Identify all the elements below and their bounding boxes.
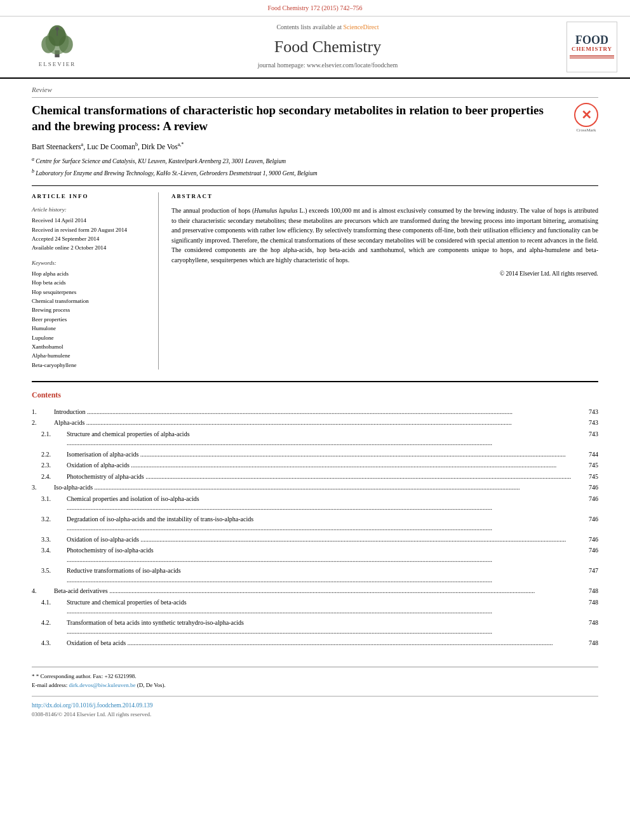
toc-title-4: Beta-acid derivatives (54, 587, 579, 596)
toc-item-2-4: 2.4. Photochemistry of alpha-acids 745 (32, 472, 598, 482)
contents-title: Contents (32, 390, 598, 401)
toc-title-3-2: Degradation of iso-alpha-acids and the i… (67, 515, 579, 533)
doi-link[interactable]: http://dx.doi.org/10.1016/j.foodchem.201… (32, 702, 153, 709)
toc-num-4-1: 4.1. (32, 598, 67, 608)
toc-page-4-1: 748 (579, 598, 598, 608)
toc-title-4-1: Structure and chemical properties of bet… (67, 598, 579, 617)
affil-1-sup: a (32, 156, 34, 162)
toc-item-2-1: 2.1. Structure and chemical properties o… (32, 430, 598, 448)
crossmark-label: CrossMark (574, 127, 598, 133)
journal-title: Food Chemistry (102, 35, 554, 59)
author-2-sup: b (135, 142, 138, 147)
toc-num-2: 2. (32, 418, 54, 428)
author-1: Bart Steenackers (32, 143, 81, 150)
journal-homepage: journal homepage: www.elsevier.com/locat… (102, 61, 554, 70)
badge-chemistry-text: CHEMISTRY (572, 46, 612, 53)
affil-2-sup: b (32, 168, 34, 174)
toc-item-2-3: 2.3. Oxidation of alpha-acids 745 (32, 461, 598, 470)
toc-title-2: Alpha-acids (54, 418, 579, 428)
abstract-text: The annual production of hops (Humulus l… (171, 206, 598, 265)
toc-title-3-5: Reductive transformations of iso-alpha-a… (67, 566, 579, 585)
email-link[interactable]: dirk.devos@biw.kuleuven.be (69, 682, 135, 688)
keyword-3: Hop sesquiterpenes (32, 288, 149, 297)
article-type-label: Review (32, 85, 598, 98)
svg-point-5 (55, 27, 59, 31)
toc-num-1: 1. (32, 408, 54, 417)
author-3: Dirk De Vos (142, 143, 178, 150)
date-online: Available online 2 October 2014 (32, 243, 149, 252)
toc-page-4-3: 748 (579, 639, 598, 648)
abstract-panel: ABSTRACT The annual production of hops (… (171, 192, 598, 370)
keyword-8: Lupulone (32, 333, 149, 342)
crossmark-circle: ✕ (574, 103, 598, 127)
corresponding-text: * Corresponding author. Fax: +32 6321998… (36, 673, 137, 679)
elsevier-tree-icon (32, 24, 83, 59)
keywords-label: Keywords: (32, 259, 149, 267)
toc-num-2-4: 2.4. (32, 472, 67, 482)
toc-item-4-2: 4.2. Transformation of beta acids into s… (32, 618, 598, 637)
toc-title-3-3: Oxidation of iso-alpha-acids (67, 535, 579, 545)
elsevier-logo-section: ELSEVIER (13, 24, 102, 69)
toc-num-3-5: 3.5. (32, 566, 67, 576)
toc-page-3-1: 746 (579, 495, 598, 504)
corresponding-author-note: * * Corresponding author. Fax: +32 63219… (32, 672, 598, 681)
elsevier-logo: ELSEVIER (32, 24, 83, 69)
toc-title-2-3: Oxidation of alpha-acids (67, 461, 579, 470)
toc-item-1: 1. Introduction 743 (32, 408, 598, 417)
date-received: Received 14 April 2014 (32, 216, 149, 225)
crossmark-badge[interactable]: ✕ CrossMark (574, 103, 598, 133)
keyword-7: Humulone (32, 324, 149, 333)
toc-item-3-3: 3.3. Oxidation of iso-alpha-acids 746 (32, 535, 598, 545)
article-title: Chemical transformations of characterist… (32, 103, 574, 134)
abstract-title: ABSTRACT (171, 192, 598, 201)
toc-page-3-2: 746 (579, 515, 598, 524)
toc-title-2-4: Photochemistry of alpha-acids (67, 472, 579, 482)
sciencedirect-name[interactable]: ScienceDirect (343, 23, 379, 30)
toc-title-3: Iso-alpha-acids (54, 483, 579, 493)
toc-page-3-4: 746 (579, 546, 598, 556)
crossmark-cross-icon: ✕ (581, 109, 592, 121)
article-content: Review Chemical transformations of chara… (0, 79, 630, 731)
toc-num-2-1: 2.1. (32, 430, 67, 439)
citation-text: Food Chemistry 172 (2015) 742–756 (268, 4, 363, 11)
toc-title-3-4: Photochemistry of iso-alpha-acids (67, 546, 579, 564)
keyword-5: Brewing process (32, 305, 149, 314)
journal-title-section: Contents lists available at ScienceDirec… (102, 23, 554, 70)
toc-item-3-4: 3.4. Photochemistry of iso-alpha-acids 7… (32, 546, 598, 564)
keyword-1: Hop alpha acids (32, 269, 149, 278)
toc-page-4: 748 (579, 587, 598, 596)
keyword-6: Beer properties (32, 315, 149, 324)
keyword-2: Hop beta acids (32, 278, 149, 287)
toc-page-2: 743 (579, 418, 598, 428)
toc-item-2-2: 2.2. Isomerisation of alpha-acids 744 (32, 450, 598, 460)
toc-page-3: 746 (579, 483, 598, 493)
toc-page-3-3: 746 (579, 535, 598, 545)
author-1-sup: a (81, 142, 84, 147)
article-info-title: ARTICLE INFO (32, 192, 149, 201)
affiliation-2: b Laboratory for Enzyme and Brewing Tech… (32, 168, 598, 178)
date-revised: Received in revised form 20 August 2014 (32, 225, 149, 234)
toc-page-2-3: 745 (579, 461, 598, 470)
toc-title-3-1: Chemical properties and isolation of iso… (67, 495, 579, 513)
toc-title-4-2: Transformation of beta acids into synthe… (67, 618, 579, 637)
sciencedirect-link[interactable]: Contents lists available at ScienceDirec… (102, 23, 554, 32)
keyword-4: Chemical transformation (32, 297, 149, 305)
toc-page-2-1: 743 (579, 430, 598, 439)
footer-section: * * Corresponding author. Fax: +32 63219… (32, 667, 598, 719)
toc-title-2-1: Structure and chemical properties of alp… (67, 430, 579, 448)
contents-label: Contents lists available at (276, 23, 341, 30)
journal-badge-section: FOOD CHEMISTRY (554, 22, 617, 72)
toc-num-3-1: 3.1. (32, 495, 67, 504)
toc-title-4-3: Oxidation of beta acids (67, 639, 579, 648)
toc-title-1: Introduction (54, 408, 579, 417)
toc-item-4: 4. Beta-acid derivatives 748 (32, 587, 598, 596)
author-2: Luc De Cooman (87, 143, 135, 150)
author-3-sup: a,* (178, 142, 184, 147)
copyright-line: © 2014 Elsevier Ltd. All rights reserved… (171, 270, 598, 279)
badge-food-text: FOOD (575, 34, 608, 46)
top-citation-bar: Food Chemistry 172 (2015) 742–756 (0, 0, 630, 17)
toc-num-4: 4. (32, 587, 54, 596)
toc-item-4-3: 4.3. Oxidation of beta acids 748 (32, 639, 598, 648)
contents-section: Contents 1. Introduction 743 2. Alpha-ac… (32, 381, 598, 648)
date-accepted: Accepted 24 September 2014 (32, 234, 149, 243)
